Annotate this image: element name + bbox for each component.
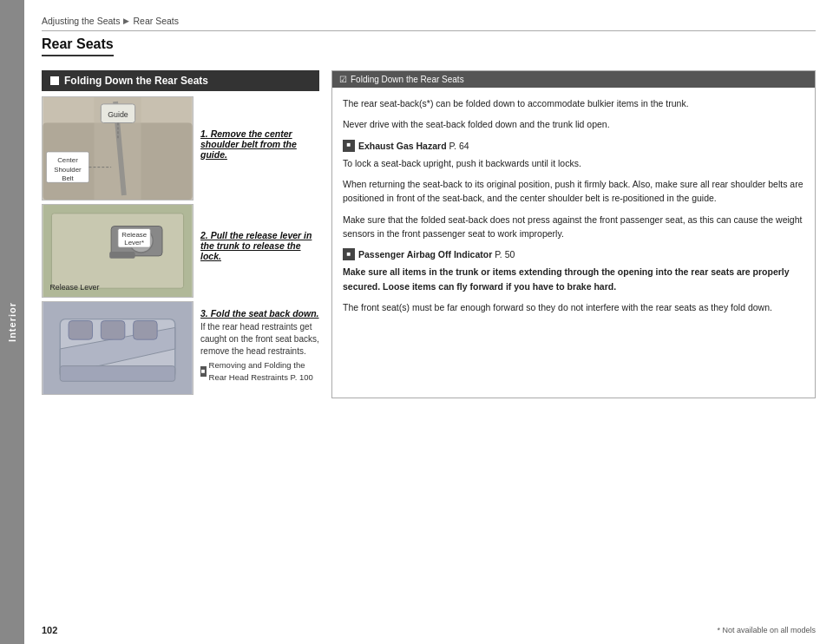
info-ref-airbag: ■ Passenger Airbag Off Indicator P. 50 — [343, 247, 804, 261]
info-para-1: The rear seat-back(s*) can be folded dow… — [343, 96, 804, 110]
section-header-label: Folding Down the Rear Seats — [64, 75, 208, 87]
info-para-5: Make sure that the folded seat-back does… — [343, 213, 804, 241]
step-3-block: 3. Fold the seat back down. If the rear … — [200, 308, 319, 383]
images-column: Guide Center Shoulder Belt — [42, 96, 193, 398]
step-3-title: 3. Fold the seat back down. — [200, 308, 319, 319]
breadcrumb-arrow: ▶ — [123, 16, 129, 25]
section-header-icon — [50, 76, 59, 85]
info-para-4: When returning the seat-back to its orig… — [343, 177, 804, 206]
content-layout: Folding Down the Rear Seats — [42, 70, 816, 398]
info-para-3: To lock a seat-back upright, push it bac… — [343, 156, 804, 170]
step-3-row: 3. Fold the seat back down. If the rear … — [200, 299, 319, 398]
step-3-body: If the rear head restraints get caught o… — [200, 321, 319, 383]
page-footer: 102 * Not available on all models — [24, 625, 833, 635]
info-bold-para: Make sure all items in the trunk or item… — [343, 265, 804, 293]
footer-footnote: * Not available on all models — [717, 626, 816, 634]
right-column: ☑ Folding Down the Rear Seats The rear s… — [331, 70, 816, 398]
images-steps-layout: Guide Center Shoulder Belt — [42, 96, 319, 398]
steps-column: 1. Remove the center shoulder belt from … — [200, 96, 319, 398]
svg-text:Lever*: Lever* — [124, 239, 144, 246]
step-3-ref: ■ Removing and Folding the Rear Head Res… — [200, 359, 319, 383]
image-3 — [42, 301, 193, 395]
svg-rect-30 — [60, 366, 175, 382]
info-ref-icon-2: ■ — [343, 248, 355, 260]
svg-text:Center: Center — [57, 156, 78, 164]
info-para-2: Never drive with the seat-back folded do… — [343, 117, 804, 131]
step-1-block: 1. Remove the center shoulder belt from … — [200, 128, 319, 162]
svg-rect-29 — [134, 321, 157, 340]
page-title: Rear Seats — [42, 36, 114, 56]
ref-icon: ■ — [200, 366, 207, 377]
section-header: Folding Down the Rear Seats — [42, 70, 319, 91]
info-ref-2-label: Passenger Airbag Off Indicator P. 50 — [358, 247, 515, 261]
breadcrumb-part2: Rear Seats — [133, 16, 179, 26]
main-content: Adjusting the Seats ▶ Rear Seats Rear Se… — [24, 0, 833, 644]
image-1: Guide Center Shoulder Belt — [42, 96, 193, 200]
step-1-row: 1. Remove the center shoulder belt from … — [200, 96, 319, 200]
svg-rect-18 — [109, 252, 134, 259]
image-2: Release Lever* Release Lever — [42, 204, 193, 298]
step-1-title: 1. Remove the center shoulder belt from … — [200, 128, 319, 160]
svg-text:Shoulder: Shoulder — [54, 166, 82, 174]
svg-text:Guide: Guide — [108, 110, 128, 119]
info-header-label: Folding Down the Rear Seats — [351, 75, 464, 84]
info-ref-icon-1: ■ — [343, 140, 355, 152]
breadcrumb: Adjusting the Seats ▶ Rear Seats — [42, 16, 816, 31]
info-header: ☑ Folding Down the Rear Seats — [332, 71, 815, 88]
svg-text:Release Lever: Release Lever — [49, 283, 99, 292]
sidebar-label: Interior — [7, 302, 17, 342]
step-2-title: 2. Pull the release lever in the trunk t… — [200, 230, 319, 261]
step-2-block: 2. Pull the release lever in the trunk t… — [200, 230, 319, 264]
info-ref-1-label: Exhaust Gas Hazard P. 64 — [358, 139, 469, 153]
svg-text:Belt: Belt — [62, 174, 74, 182]
svg-rect-28 — [101, 321, 124, 340]
page-container: Interior Adjusting the Seats ▶ Rear Seat… — [0, 0, 833, 644]
info-para-last: The front seat(s) must be far enough for… — [343, 300, 804, 314]
step-2-row: 2. Pull the release lever in the trunk t… — [200, 200, 319, 299]
step-3-ref-text: Removing and Folding the Rear Head Restr… — [209, 359, 319, 383]
svg-text:Release: Release — [121, 231, 147, 239]
left-column: Folding Down the Rear Seats — [42, 70, 319, 398]
breadcrumb-part1: Adjusting the Seats — [42, 16, 120, 26]
svg-rect-27 — [69, 321, 92, 340]
sidebar: Interior — [0, 0, 24, 644]
info-body: The rear seat-back(s*) can be folded dow… — [332, 88, 815, 330]
info-check-icon: ☑ — [339, 75, 347, 84]
info-ref-exhaust: ■ Exhaust Gas Hazard P. 64 — [343, 139, 804, 153]
page-number: 102 — [42, 625, 57, 635]
